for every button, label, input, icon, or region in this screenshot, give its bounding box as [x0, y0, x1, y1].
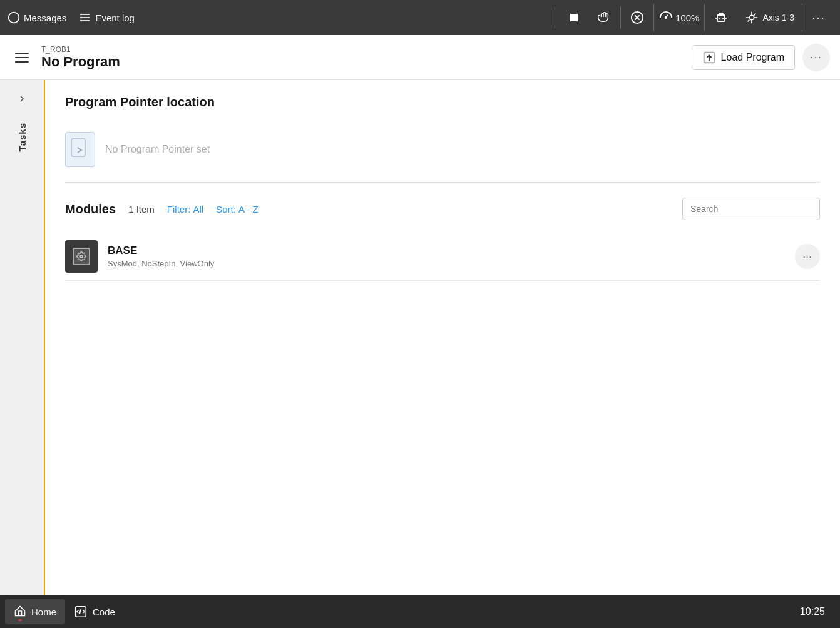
- module-description: SysMod, NoStepIn, ViewOnly: [108, 259, 785, 268]
- top-bar-right: 100% Axis 1-3 ···: [560, 4, 832, 31]
- module-more-button[interactable]: ···: [795, 244, 820, 269]
- filter-value[interactable]: All: [193, 204, 203, 215]
- time-value: 10:25: [800, 606, 825, 617]
- program-pointer-section: Program Pointer location No Program Poin…: [65, 95, 820, 183]
- divider1: [555, 6, 555, 29]
- program-pointer-title: Program Pointer location: [65, 95, 820, 109]
- svg-point-22: [80, 255, 83, 258]
- svg-rect-12: [717, 15, 725, 21]
- main-area: Tasks Program Pointer location No Progra…: [0, 80, 840, 595]
- hamburger-line: [15, 53, 29, 54]
- svg-line-24: [79, 609, 81, 614]
- home-label: Home: [31, 607, 56, 617]
- module-item: BASE SysMod, NoStepIn, ViewOnly ···: [65, 233, 820, 281]
- axis-icon: [745, 11, 759, 24]
- home-icon-wrapper: [14, 605, 26, 619]
- messages-icon: [8, 11, 20, 24]
- speed-indicator[interactable]: 100%: [653, 4, 705, 31]
- axis-indicator[interactable]: Axis 1-3: [737, 4, 802, 31]
- messages-label: Messages: [24, 13, 66, 23]
- svg-rect-13: [719, 13, 723, 15]
- hamburger-line: [15, 61, 29, 63]
- pointer-area: No Program Pointer set: [65, 122, 820, 183]
- speed-value: 100%: [675, 13, 699, 23]
- sort-value[interactable]: A - Z: [238, 204, 259, 215]
- module-icon: [65, 240, 98, 273]
- svg-rect-7: [570, 14, 578, 21]
- messages-tab[interactable]: Messages: [8, 11, 66, 24]
- modules-filter: Filter: All: [167, 204, 203, 215]
- speed-icon: [659, 11, 673, 24]
- tasks-chevron-button[interactable]: [8, 85, 36, 113]
- header-subtitle: T_ROB1: [41, 45, 684, 54]
- no-pointer-text: No Program Pointer set: [105, 144, 210, 155]
- code-label: Code: [93, 607, 115, 617]
- content-panel: Program Pointer location No Program Poin…: [45, 80, 840, 595]
- divider2: [620, 6, 621, 29]
- document-arrow-icon: [70, 138, 90, 161]
- eventlog-tab[interactable]: Event log: [79, 11, 135, 24]
- topbar-more-button[interactable]: ···: [805, 4, 832, 31]
- load-program-label: Load Program: [721, 52, 784, 63]
- gesture-icon: [597, 11, 611, 24]
- pointer-icon: [65, 132, 95, 167]
- svg-point-11: [665, 17, 667, 19]
- header-more-label: ···: [810, 52, 822, 63]
- tasks-label[interactable]: Tasks: [17, 118, 28, 156]
- gesture-button[interactable]: [590, 4, 618, 31]
- eventlog-label: Event log: [95, 13, 135, 23]
- svg-point-18: [750, 15, 754, 19]
- header-title-area: T_ROB1 No Program: [41, 45, 684, 70]
- modules-section: Modules 1 Item Filter: All Sort: A - Z: [65, 198, 820, 281]
- cancel-icon: [630, 11, 644, 24]
- sort-label: Sort:: [216, 204, 236, 215]
- modules-search-input[interactable]: [682, 198, 820, 220]
- home-nav-item[interactable]: Home: [5, 599, 65, 624]
- eventlog-icon: [79, 11, 91, 24]
- chevron-right-icon: [17, 94, 27, 104]
- tasks-sidebar[interactable]: Tasks: [0, 80, 45, 595]
- robot-icon: [714, 10, 729, 25]
- gear-icon: [76, 251, 86, 261]
- home-icon: [14, 605, 26, 617]
- modules-count: 1 Item: [128, 204, 155, 215]
- top-bar: Messages Event log: [0, 0, 840, 35]
- upload-icon: [702, 51, 716, 64]
- load-program-button[interactable]: Load Program: [692, 45, 795, 70]
- hamburger-line: [15, 57, 29, 58]
- axis-label: Axis 1-3: [762, 13, 794, 23]
- code-icon: [74, 605, 88, 619]
- topbar-more-label: ···: [812, 11, 825, 24]
- hamburger-button[interactable]: [10, 48, 34, 68]
- modules-title: Modules: [65, 202, 116, 216]
- modules-sort: Sort: A - Z: [216, 204, 259, 215]
- bottom-bar: Home Code 10:25: [0, 595, 840, 628]
- stop-button[interactable]: [560, 4, 588, 31]
- modules-header: Modules 1 Item Filter: All Sort: A - Z: [65, 198, 820, 220]
- code-nav-item[interactable]: Code: [65, 599, 124, 624]
- robot-button[interactable]: [707, 4, 735, 31]
- module-icon-inner: [73, 248, 90, 265]
- top-bar-left: Messages Event log: [8, 11, 550, 24]
- module-name: BASE: [108, 245, 785, 257]
- module-more-label: ···: [803, 251, 812, 261]
- header-bar: T_ROB1 No Program Load Program ···: [0, 35, 840, 80]
- module-info: BASE SysMod, NoStepIn, ViewOnly: [108, 245, 785, 268]
- stop-icon: [568, 12, 580, 23]
- cancel-button[interactable]: [623, 4, 651, 31]
- header-more-button[interactable]: ···: [802, 44, 830, 71]
- header-title: No Program: [41, 54, 684, 70]
- clock: 10:25: [800, 606, 835, 617]
- filter-label: Filter:: [167, 204, 191, 215]
- home-red-indicator: [18, 619, 22, 621]
- modules-list: BASE SysMod, NoStepIn, ViewOnly ···: [65, 233, 820, 281]
